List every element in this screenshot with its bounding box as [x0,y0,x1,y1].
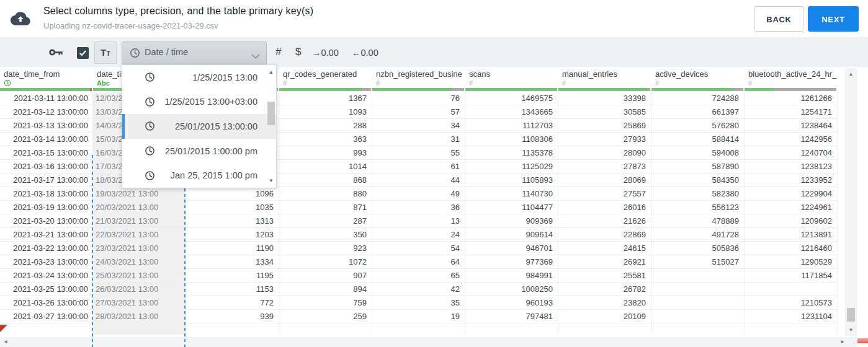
table-cell[interactable]: 1190 [186,242,279,255]
table-cell[interactable]: 587890 [651,160,745,173]
table-cell[interactable]: 2021-03-24 13:00:00 [0,269,93,282]
date-format-option[interactable]: 25/01/2015 13:00:00 [122,114,276,139]
table-cell[interactable]: 27557 [558,187,651,200]
table-cell[interactable]: 1240704 [745,146,838,159]
table-cell[interactable]: 35 [372,296,465,309]
table-cell[interactable]: 24 [372,228,465,241]
table-cell[interactable]: 2021-03-11 13:00:00 [0,92,93,105]
table-cell[interactable]: 64 [372,255,465,268]
table-cell[interactable]: 584350 [651,174,745,187]
table-cell[interactable]: 22/03/2021 13:00 [93,228,186,241]
table-cell[interactable]: 21/03/2021 13:00 [93,214,186,227]
table-cell[interactable]: 588414 [651,133,745,146]
table-cell[interactable]: 1216460 [745,242,838,255]
table-cell[interactable]: 1096 [186,187,279,200]
text-type-button[interactable]: Tt [94,42,117,64]
table-cell[interactable]: 1469575 [465,92,558,105]
table-cell[interactable]: 515027 [651,255,745,268]
table-cell[interactable]: 1203 [186,228,279,241]
table-cell[interactable]: 30585 [558,105,651,118]
scroll-down-icon[interactable]: ▼ [268,178,274,183]
column-header-bluetooth_active_24_hr_[interactable]: bluetooth_active_24_hr_# [745,67,838,88]
table-cell[interactable]: 1367 [279,92,372,105]
increase-decimal-button[interactable]: →0.00 [312,48,339,58]
table-cell[interactable]: 909614 [465,228,558,241]
scroll-up-icon[interactable]: ▲ [845,71,857,77]
scroll-down-icon[interactable]: ▼ [845,327,857,333]
table-cell[interactable]: 1290529 [745,255,838,268]
table-cell[interactable]: 2021-03-22 13:00:00 [0,242,93,255]
table-cell[interactable]: 27/03/2021 13:00 [93,296,186,309]
table-cell[interactable]: 1231104 [745,310,838,323]
table-cell[interactable]: 759 [279,296,372,309]
table-cell[interactable]: 984991 [465,269,558,282]
table-cell[interactable]: 20109 [558,310,651,323]
vertical-scrollbar[interactable]: ▲ ▼ [845,68,857,336]
table-cell[interactable]: 2021-03-26 13:00:00 [0,296,93,309]
table-cell[interactable]: 1233952 [745,174,838,187]
table-cell[interactable]: 1135378 [465,146,558,159]
table-cell[interactable]: 939 [186,310,279,323]
scroll-right-icon[interactable]: ► [840,339,845,345]
table-cell[interactable]: 57 [372,105,465,118]
table-cell[interactable]: 1008250 [465,283,558,296]
table-cell[interactable]: 20/03/2021 13:00 [93,201,186,214]
decrease-decimal-button[interactable]: ←0.00 [352,48,378,58]
table-cell[interactable]: 25581 [558,269,651,282]
table-cell[interactable]: 25/03/2021 13:00 [93,269,186,282]
table-cell[interactable]: 55 [372,146,465,159]
table-cell[interactable]: 868 [279,174,372,187]
table-cell[interactable]: 1210573 [745,296,838,309]
table-cell[interactable]: 25869 [558,119,651,132]
next-button[interactable]: NEXT [808,6,859,32]
datetime-type-dropdown[interactable]: Date / time [122,42,267,64]
table-cell[interactable]: 1224961 [745,201,838,214]
table-cell[interactable]: 54 [372,242,465,255]
table-cell[interactable]: 2021-03-18 13:00:00 [0,187,93,200]
dropdown-scrollbar[interactable]: ▲ ▼ [267,66,275,187]
table-cell[interactable]: 2021-03-25 13:00:00 [0,283,93,296]
table-cell[interactable]: 1254171 [745,105,838,118]
table-cell[interactable]: 23820 [558,296,651,309]
column-header-qr_codes_generated[interactable]: qr_codes_generated# [279,67,372,88]
table-cell[interactable]: 1229904 [745,187,838,200]
table-cell[interactable]: 1140730 [465,187,558,200]
table-cell[interactable]: 288 [279,119,372,132]
table-cell[interactable]: 13 [372,214,465,227]
table-cell[interactable]: 2021-03-27 13:00:00 [0,310,93,323]
table-cell[interactable] [745,283,838,296]
table-cell[interactable]: 907 [279,269,372,282]
table-cell[interactable]: 19/03/2021 13:00 [93,187,186,200]
table-cell[interactable]: 880 [279,187,372,200]
table-cell[interactable]: 1334 [186,255,279,268]
table-cell[interactable]: 27873 [558,160,651,173]
table-cell[interactable]: 556123 [651,201,745,214]
table-cell[interactable]: 2021-03-12 13:00:00 [0,105,93,118]
table-cell[interactable]: 2021-03-16 13:00:00 [0,160,93,173]
table-cell[interactable]: 363 [279,133,372,146]
table-cell[interactable]: 923 [279,242,372,255]
table-cell[interactable]: 1213891 [745,228,838,241]
table-cell[interactable]: 1313 [186,214,279,227]
table-cell[interactable]: 993 [279,146,372,159]
table-cell[interactable]: 24/03/2021 13:00 [93,255,186,268]
table-cell[interactable]: 34 [372,119,465,132]
date-format-option[interactable]: 1/25/2015 13:00 [122,65,276,90]
table-cell[interactable]: 1261266 [745,92,838,105]
table-cell[interactable]: 478889 [651,214,745,227]
table-cell[interactable]: 259 [279,310,372,323]
table-cell[interactable]: 1105893 [465,174,558,187]
table-cell[interactable] [651,269,745,282]
integer-type-button[interactable]: # [275,46,281,58]
scroll-up-icon[interactable]: ▲ [268,69,274,75]
currency-type-button[interactable]: $ [295,46,301,58]
date-format-option[interactable]: Jan 25, 2015 1:00 pm [122,163,276,188]
table-cell[interactable]: 287 [279,214,372,227]
table-cell[interactable]: 33398 [558,92,651,105]
table-cell[interactable]: 1242956 [745,133,838,146]
table-cell[interactable]: 661397 [651,105,745,118]
table-cell[interactable] [651,283,745,296]
table-cell[interactable]: 19 [372,310,465,323]
table-cell[interactable]: 2021-03-23 13:00:00 [0,255,93,268]
table-cell[interactable]: 26016 [558,201,651,214]
